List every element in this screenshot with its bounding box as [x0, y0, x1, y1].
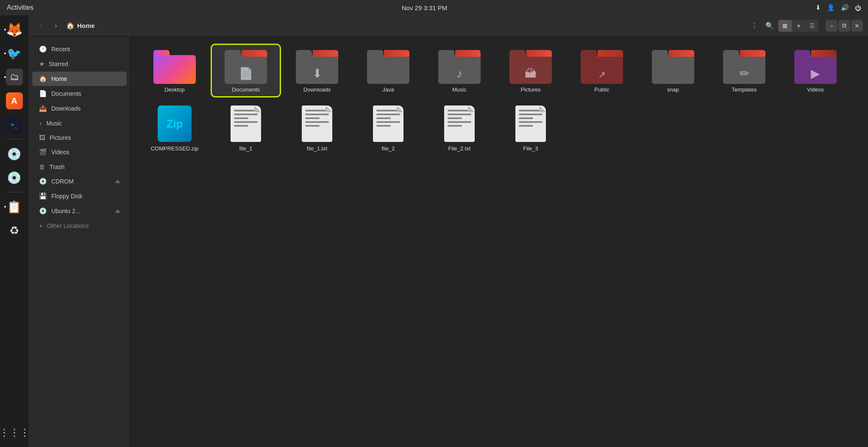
- sidebar-item-recent[interactable]: 🕐 Recent: [32, 42, 127, 56]
- pictures-icon: 🖼: [39, 134, 45, 141]
- search-button[interactable]: 🔍: [763, 19, 776, 33]
- file-file1txt[interactable]: file_1.txt: [283, 100, 351, 155]
- dock-appstore[interactable]: A: [3, 90, 25, 112]
- menu-button[interactable]: ⋮: [748, 19, 761, 33]
- dock-disk1[interactable]: 💿: [3, 143, 25, 165]
- add-icon: +: [39, 222, 43, 229]
- sidebar-item-music[interactable]: ♪ Music: [32, 116, 127, 130]
- folder-documents[interactable]: 📄 Documents: [212, 45, 280, 96]
- folder-templates-label: Templates: [732, 86, 757, 93]
- file2txt-icon: [444, 106, 475, 142]
- file-compressed-zip[interactable]: Zip COMPRESSED.zip: [141, 100, 209, 155]
- cdrom-eject-icon[interactable]: ⏏: [115, 178, 120, 184]
- folder-java-icon: [367, 50, 409, 84]
- file-file2txt[interactable]: File_2.txt: [426, 100, 493, 155]
- folder-public[interactable]: ↗ Public: [568, 45, 636, 96]
- forward-button[interactable]: ›: [49, 19, 63, 33]
- grid-view-button[interactable]: ⊞: [778, 20, 792, 32]
- folder-videos-icon: ▶: [794, 50, 837, 84]
- folder-downloads[interactable]: ⬇ Downloads: [283, 45, 351, 96]
- disk1-icon: 💿: [7, 147, 22, 161]
- restore-button[interactable]: ⧉: [838, 20, 850, 32]
- firefox-icon: 🦊: [6, 22, 23, 38]
- sidebar-item-trash[interactable]: 🗑 Trash: [32, 160, 127, 174]
- folder-music[interactable]: ♪ Music: [426, 45, 493, 96]
- file-file2[interactable]: file_2: [354, 100, 422, 155]
- sidebar-label-other: Other Locations: [47, 222, 89, 229]
- dock-thunderbird[interactable]: 🐦: [3, 42, 25, 64]
- sidebar-label-home: Home: [51, 75, 67, 82]
- sidebar-item-documents[interactable]: 📄 Documents: [32, 86, 127, 101]
- file3-icon-wrap: [514, 105, 548, 143]
- folder-desktop-label: Desktop: [164, 86, 185, 93]
- dock-notepad[interactable]: 📋: [3, 196, 25, 218]
- sidebar-label-music: Music: [47, 120, 62, 127]
- dock-trash[interactable]: ♻: [3, 219, 25, 242]
- content-area: 🕐 Recent ★ Starred 🏠 Home 📄 Documents 📥: [29, 36, 868, 447]
- trash-sidebar-icon: 🗑: [39, 163, 45, 170]
- folder-pictures-label: Pictures: [521, 86, 541, 93]
- sidebar-label-pictures: Pictures: [50, 134, 71, 141]
- folder-java[interactable]: Java: [354, 45, 422, 96]
- folder-videos[interactable]: ▶ Videos: [782, 45, 849, 96]
- dock-firefox[interactable]: 🦊: [3, 19, 25, 41]
- list-view-button[interactable]: ☰: [805, 20, 819, 32]
- file1txt-icon: [302, 106, 332, 142]
- folder-pictures[interactable]: 🏔 Pictures: [497, 45, 565, 96]
- minimize-button[interactable]: −: [826, 20, 837, 32]
- dock-terminal[interactable]: >_: [3, 114, 25, 136]
- folder-snap-icon: [652, 50, 694, 84]
- nav-buttons: ‹ ›: [34, 19, 63, 33]
- templates-folder-overlay: ✏: [740, 67, 749, 81]
- close-button[interactable]: ✕: [851, 20, 863, 32]
- file1-icon: [231, 106, 261, 142]
- dock-app-grid[interactable]: ⋮⋮⋮: [3, 422, 25, 444]
- starred-icon: ★: [39, 60, 45, 68]
- folder-templates[interactable]: ✏ Templates: [710, 45, 778, 96]
- folder-snap[interactable]: snap: [639, 45, 707, 96]
- sidebar-item-cdrom[interactable]: 💿 CDROM ⏏: [32, 174, 127, 189]
- file2txt-icon-wrap: [442, 105, 476, 143]
- sidebar-item-ubuntu[interactable]: 💿 Ubuntu 2... ⏏: [32, 204, 127, 218]
- file-file3[interactable]: File_3: [497, 100, 565, 155]
- sidebar-item-floppy[interactable]: 💾 Floppy Disk: [32, 189, 127, 203]
- sidebar-item-home[interactable]: 🏠 Home: [32, 72, 127, 86]
- sidebar-item-starred[interactable]: ★ Starred: [32, 57, 127, 71]
- top-bar-center: Nov 29 3:31 PM: [402, 4, 448, 11]
- main-layout: 🦊 🐦 🗂 A >_ 💿 💿 📋: [0, 15, 868, 447]
- appstore-icon: A: [6, 92, 23, 109]
- sidebar-label-starred: Starred: [49, 61, 68, 67]
- files-icon: 🗂: [10, 72, 19, 83]
- notepad-icon: 📋: [7, 200, 22, 214]
- folder-downloads-icon: ⬇: [296, 50, 338, 84]
- folder-desktop[interactable]: Desktop: [141, 45, 209, 96]
- videos-folder-overlay: ▶: [811, 67, 820, 81]
- view-chevron-button[interactable]: ▾: [792, 20, 805, 32]
- home-path-icon: 🏠: [66, 22, 75, 30]
- file-manager: ‹ › 🏠 Home ⋮ 🔍 ⊞ ▾ ☰ − ⧉ ✕: [29, 15, 868, 447]
- terminal-icon: >_: [6, 116, 23, 133]
- sidebar-item-downloads[interactable]: 📥 Downloads: [32, 101, 127, 116]
- top-bar-right: ⬇ 👤 🔊 ⏻: [815, 4, 861, 11]
- activities-button[interactable]: Activities: [7, 4, 33, 11]
- thunderbird-icon: 🐦: [7, 47, 22, 61]
- top-bar: Activities Nov 29 3:31 PM ⬇ 👤 🔊 ⏻: [0, 0, 868, 15]
- downloads-icon: 📥: [39, 105, 47, 112]
- sidebar-item-videos[interactable]: 🎬 Videos: [32, 145, 127, 159]
- file1-icon-wrap: [229, 105, 263, 143]
- grid-icon: ⋮⋮⋮: [0, 427, 30, 439]
- dock-disk2[interactable]: 💿: [3, 167, 25, 189]
- folder-music-label: Music: [452, 86, 467, 93]
- downloads-folder-overlay: ⬇: [312, 67, 322, 81]
- back-button[interactable]: ‹: [34, 19, 47, 33]
- sidebar-item-pictures[interactable]: 🖼 Pictures: [32, 130, 127, 144]
- dock-files[interactable]: 🗂: [3, 66, 25, 88]
- dock-divider-1: [6, 139, 23, 139]
- sidebar-label-cdrom: CDROM: [51, 178, 74, 185]
- file-file1[interactable]: file_1: [212, 100, 280, 155]
- sidebar-item-other-locations[interactable]: + Other Locations: [32, 219, 127, 233]
- ubuntu-eject-icon[interactable]: ⏏: [115, 208, 120, 214]
- path-label: Home: [77, 22, 95, 29]
- folder-public-icon: ↗: [581, 50, 623, 84]
- folder-templates-icon: ✏: [723, 50, 765, 84]
